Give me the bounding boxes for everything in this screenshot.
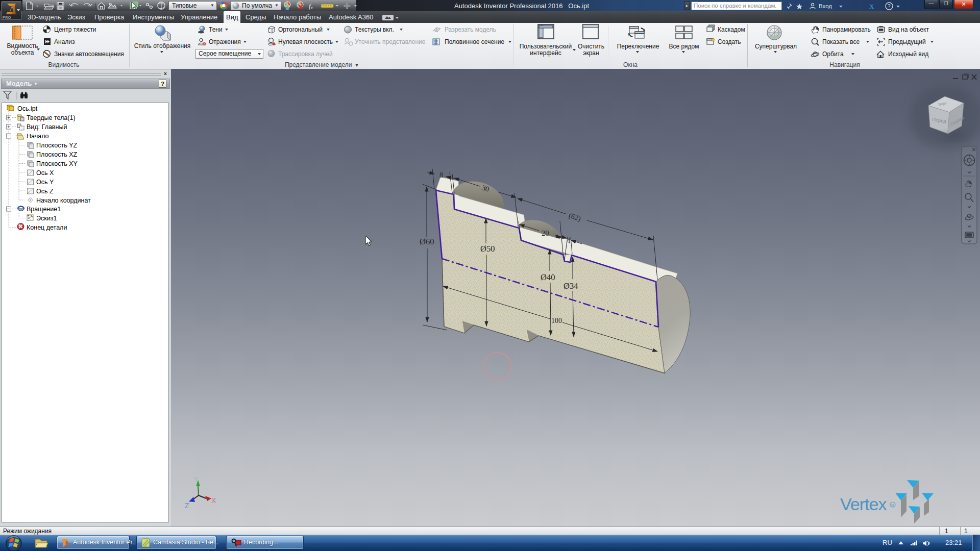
svg-text:Твердые тела(1): Твердые тела(1) [27, 114, 76, 121]
svg-text:100: 100 [551, 317, 562, 324]
svg-text:Ø60: Ø60 [420, 237, 434, 246]
svg-text:?: ? [888, 4, 891, 9]
svg-text:Плоскость XZ: Плоскость XZ [36, 151, 77, 158]
svg-text:Y: Y [194, 475, 199, 483]
svg-text:R: R [891, 503, 894, 508]
svg-text:X: X [869, 3, 874, 10]
svg-text:20: 20 [542, 229, 549, 237]
svg-text:Ось Y: Ось Y [36, 179, 54, 186]
svg-text:8: 8 [439, 171, 443, 179]
svg-text:fx: fx [309, 2, 313, 10]
svg-text:Вид: Главный: Вид: Главный [27, 123, 67, 131]
svg-text:Ø34: Ø34 [564, 281, 578, 291]
svg-text:Начало: Начало [27, 133, 49, 140]
svg-text:4: 4 [567, 237, 571, 245]
svg-text:Ось.ipt: Ось.ipt [17, 105, 38, 112]
svg-text:Ось X: Ось X [36, 169, 54, 177]
svg-text:(62): (62) [568, 211, 582, 223]
svg-text:Ø50: Ø50 [480, 244, 495, 254]
svg-text:Vertex: Vertex [840, 494, 887, 514]
svg-text:Начало координат: Начало координат [36, 197, 91, 204]
svg-text:Конец детали: Конец детали [27, 224, 67, 231]
svg-text:Плоскость YZ: Плоскость YZ [36, 142, 77, 149]
svg-text:Ось Z: Ось Z [36, 188, 54, 195]
svg-text:Вращение1: Вращение1 [27, 206, 61, 213]
svg-text:Z: Z [185, 502, 189, 510]
svg-text:Вход: Вход [819, 3, 832, 9]
svg-text:Ø40: Ø40 [541, 272, 555, 282]
svg-text:Плоскость XY: Плоскость XY [36, 160, 78, 167]
svg-text:X: X [211, 496, 216, 505]
svg-text:Эскиз1: Эскиз1 [36, 215, 57, 222]
